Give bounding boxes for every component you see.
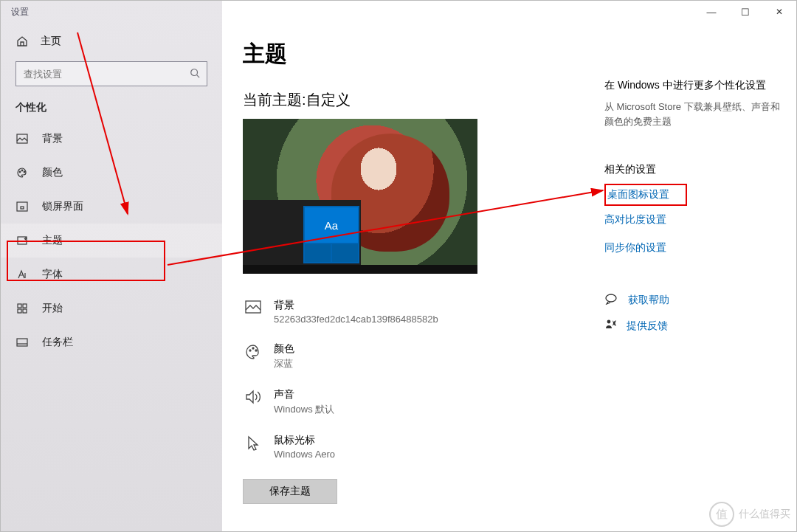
maximize-button[interactable]: ☐: [728, 1, 762, 23]
svg-rect-9: [23, 304, 27, 308]
cursor-icon: [243, 434, 263, 452]
speaker-icon: [243, 388, 263, 404]
preview-accent-tile: Aa: [305, 207, 358, 243]
settings-sidebar: 主页 个性化 背景 颜色 锁屏界面 主题 字体: [1, 1, 222, 531]
start-icon: [15, 302, 29, 315]
svg-point-14: [249, 350, 251, 351]
watermark: 值 什么值得买: [709, 502, 790, 527]
palette-icon: [243, 342, 263, 360]
sidebar-home[interactable]: 主页: [1, 27, 222, 55]
svg-point-15: [252, 348, 254, 349]
rail-more-heading: 在 Windows 中进行更多个性化设置: [604, 79, 789, 92]
current-theme-heading: 当前主题:自定义: [243, 90, 604, 110]
theme-icon: [15, 234, 29, 247]
svg-rect-6: [21, 207, 24, 209]
sidebar-item-lockscreen[interactable]: 锁屏界面: [1, 190, 222, 224]
link-high-contrast[interactable]: 高对比度设置: [604, 206, 789, 234]
sidebar-item-label: 背景: [42, 132, 63, 145]
caption-buttons: — ☐ ✕: [694, 1, 796, 23]
watermark-text: 什么值得买: [739, 508, 790, 521]
svg-rect-13: [246, 301, 261, 313]
sidebar-item-label: 颜色: [42, 166, 63, 179]
sidebar-item-background[interactable]: 背景: [1, 122, 222, 156]
lockscreen-icon: [15, 200, 29, 213]
sidebar-home-label: 主页: [41, 35, 61, 48]
svg-point-3: [21, 170, 23, 171]
theme-prop-sound[interactable]: 声音Windows 默认: [243, 384, 604, 429]
svg-rect-12: [17, 339, 27, 346]
rail-more-text: 从 Microsoft Store 下载兼具壁纸、声音和颜色的免费主题: [604, 100, 789, 129]
svg-point-17: [606, 294, 616, 302]
right-rail: 在 Windows 中进行更多个性化设置 从 Microsoft Store 下…: [604, 39, 796, 531]
theme-prop-background[interactable]: 背景52263d33fed2dc14cab139f86488582b: [243, 294, 604, 338]
svg-point-4: [24, 171, 25, 173]
link-desktop-icon-settings[interactable]: 桌面图标设置: [604, 184, 687, 206]
search-input[interactable]: [15, 61, 207, 86]
sidebar-item-label: 任务栏: [42, 336, 73, 349]
svg-rect-10: [18, 309, 21, 313]
page-title: 主题: [243, 39, 604, 69]
minimize-button[interactable]: —: [694, 1, 728, 23]
svg-point-18: [607, 320, 611, 324]
sidebar-item-themes[interactable]: 主题: [1, 224, 222, 258]
theme-preview[interactable]: Aa: [243, 119, 477, 274]
theme-prop-cursor[interactable]: 鼠标光标Windows Aero: [243, 429, 604, 473]
link-feedback[interactable]: 提供反馈: [604, 313, 789, 339]
sidebar-item-label: 主题: [42, 234, 63, 247]
link-sync-settings[interactable]: 同步你的设置: [604, 234, 789, 262]
taskbar-icon: [15, 336, 29, 349]
sidebar-item-start[interactable]: 开始: [1, 291, 222, 325]
link-get-help[interactable]: 获取帮助: [604, 287, 789, 313]
sidebar-item-label: 字体: [42, 268, 63, 281]
save-theme-button[interactable]: 保存主题: [243, 479, 337, 504]
svg-point-16: [255, 350, 257, 351]
close-button[interactable]: ✕: [762, 1, 796, 23]
sidebar-item-colors[interactable]: 颜色: [1, 156, 222, 190]
image-icon: [243, 299, 263, 314]
watermark-badge: 值: [709, 502, 734, 527]
sidebar-section-heading: 个性化: [1, 97, 222, 122]
svg-rect-8: [18, 304, 21, 308]
font-icon: [15, 268, 29, 281]
main-content: 主题 当前主题:自定义 Aa 背景52263d33fed2dc14cab139f…: [222, 1, 796, 531]
svg-rect-1: [17, 134, 27, 143]
help-icon: [604, 293, 618, 307]
svg-rect-11: [23, 309, 27, 313]
window-title: 设置: [1, 6, 29, 18]
theme-prop-color[interactable]: 颜色深蓝: [243, 338, 604, 384]
image-icon: [15, 132, 29, 145]
rail-related-heading: 相关的设置: [604, 163, 789, 176]
sidebar-item-taskbar[interactable]: 任务栏: [1, 325, 222, 359]
palette-icon: [15, 166, 29, 179]
home-icon: [15, 35, 29, 48]
sidebar-item-label: 锁屏界面: [42, 200, 83, 213]
sidebar-item-label: 开始: [42, 302, 63, 315]
sidebar-item-fonts[interactable]: 字体: [1, 258, 222, 291]
feedback-icon: [604, 319, 616, 333]
svg-point-2: [19, 171, 21, 173]
